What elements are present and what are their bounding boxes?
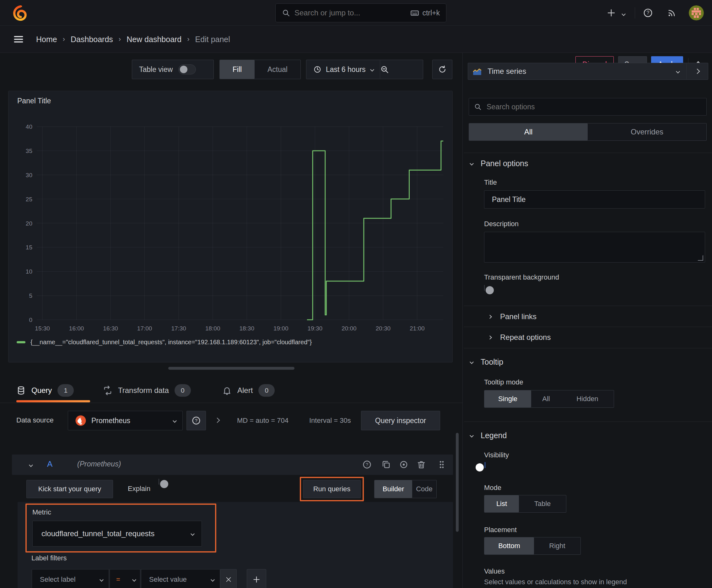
avatar[interactable]: [689, 5, 704, 20]
tab-all[interactable]: All: [469, 123, 588, 141]
table-view-toggle[interactable]: [178, 64, 196, 75]
refresh-button[interactable]: [432, 60, 452, 79]
legend-mode-table[interactable]: Table: [519, 495, 566, 512]
section-chevron-icon: [470, 434, 474, 438]
label-filter-select-label[interactable]: Select label: [32, 569, 109, 588]
breadcrumb-dashboards[interactable]: Dashboards: [71, 35, 113, 44]
kickstart-query-button[interactable]: Kick start your query: [26, 480, 113, 498]
svg-text:30: 30: [26, 172, 33, 178]
legend-placement-bottom[interactable]: Bottom: [484, 538, 534, 554]
zoom-out-icon[interactable]: [380, 65, 423, 74]
legend-mode-list[interactable]: List: [484, 495, 519, 512]
query-help-icon[interactable]: ?: [362, 460, 372, 469]
editor-tabs: Query 1 Transform data 0 Alert 0: [0, 378, 462, 403]
explain-toggle[interactable]: [158, 479, 159, 485]
breadcrumb-new-dashboard[interactable]: New dashboard: [127, 35, 181, 44]
options-search-input[interactable]: [487, 103, 701, 111]
svg-text:20:30: 20:30: [376, 325, 391, 332]
svg-text:17:30: 17:30: [171, 325, 186, 332]
tab-query-underline: [16, 400, 90, 402]
remove-query-trash-icon[interactable]: [416, 460, 426, 469]
svg-text:20:00: 20:00: [342, 325, 357, 332]
horizontal-scrollbar[interactable]: [168, 367, 295, 370]
datasource-value: Prometheus: [91, 417, 173, 425]
run-queries-button[interactable]: Run queries: [303, 480, 361, 498]
metric-value: cloudflared_tunnel_total_requests: [41, 529, 191, 538]
panel-links-label: Panel links: [500, 312, 537, 321]
tooltip-mode-all[interactable]: All: [531, 391, 561, 407]
viz-picker-chevron-icon[interactable]: [676, 68, 679, 74]
menu-icon[interactable]: [13, 34, 24, 45]
tab-query[interactable]: Query 1: [16, 378, 74, 402]
help-icon[interactable]: ?: [643, 8, 653, 18]
add-menu-chevron-icon[interactable]: [622, 11, 625, 17]
metric-select[interactable]: cloudflared_tunnel_total_requests: [33, 521, 202, 547]
panel-links-header[interactable]: Panel links: [489, 309, 537, 324]
label-filter-operator[interactable]: =: [110, 569, 140, 588]
builder-option[interactable]: Builder: [374, 480, 412, 498]
news-rss-icon[interactable]: [667, 8, 677, 18]
legend-mode-label: Mode: [484, 484, 501, 492]
builder-code-segment: Builder Code: [374, 480, 437, 498]
viz-picker-label[interactable]: Time series: [488, 67, 676, 76]
svg-text:25: 25: [26, 196, 33, 203]
datasource-select[interactable]: Prometheus: [68, 411, 183, 430]
viz-pane-collapse-icon[interactable]: [687, 69, 708, 73]
hide-response-eye-icon[interactable]: [399, 460, 408, 469]
tab-alert[interactable]: Alert 0: [222, 378, 275, 402]
legend-series-label[interactable]: {__name__="cloudflared_tunnel_total_requ…: [30, 339, 312, 346]
panel-options-header[interactable]: Panel options: [470, 156, 528, 170]
query-inspector-button[interactable]: Query inspector: [361, 411, 440, 430]
global-search-input[interactable]: [295, 8, 410, 17]
visibility-toggle[interactable]: [485, 462, 486, 468]
svg-text:?: ?: [366, 462, 368, 467]
clock-icon: [313, 65, 322, 74]
label-filter-select-value[interactable]: Select value: [141, 569, 220, 588]
grafana-logo[interactable]: [12, 5, 28, 21]
chart-legend[interactable]: {__name__="cloudflared_tunnel_total_requ…: [17, 339, 312, 346]
duplicate-query-icon[interactable]: [382, 460, 391, 469]
close-icon: [225, 576, 232, 583]
drag-handle-icon[interactable]: [437, 460, 447, 470]
legend-placement-segment: Bottom Right: [484, 537, 581, 555]
datasource-help-button[interactable]: ?: [187, 411, 206, 430]
tooltip-mode-hidden[interactable]: Hidden: [561, 391, 614, 407]
svg-text:21:00: 21:00: [410, 325, 425, 332]
breadcrumb-home[interactable]: Home: [36, 35, 57, 44]
svg-text:20: 20: [26, 220, 33, 227]
database-icon: [16, 386, 26, 395]
add-filter-button[interactable]: [247, 569, 266, 588]
time-range-chevron-icon[interactable]: [371, 67, 373, 72]
time-range-label[interactable]: Last 6 hours: [326, 65, 366, 74]
legend-placement-right[interactable]: Right: [534, 538, 580, 554]
select-value-placeholder: Select value: [149, 575, 211, 584]
actual-option[interactable]: Actual: [255, 60, 300, 79]
add-icon[interactable]: [606, 8, 616, 18]
query-row-chevron-icon[interactable]: [29, 462, 33, 468]
breadcrumb-separator: ›: [63, 35, 65, 43]
table-view-label: Table view: [139, 65, 173, 74]
svg-text:15: 15: [26, 244, 33, 251]
query-ref-id[interactable]: A: [47, 459, 52, 469]
tooltip-mode-single[interactable]: Single: [484, 391, 531, 407]
query-row-header[interactable]: A (Prometheus) ?: [12, 455, 453, 475]
options-search[interactable]: [469, 98, 707, 115]
panel-title-input[interactable]: [484, 190, 705, 209]
stats-interval: Interval = 30s: [309, 417, 351, 425]
keyboard-icon: [410, 8, 419, 17]
tab-overrides[interactable]: Overrides: [588, 123, 706, 141]
code-option[interactable]: Code: [412, 480, 436, 498]
tooltip-header[interactable]: Tooltip: [470, 355, 503, 369]
global-search[interactable]: ctrl+k: [275, 3, 447, 22]
legend-header[interactable]: Legend: [470, 428, 507, 442]
timeseries-chart: 051015202530354015:3016:0016:3017:0017:3…: [8, 91, 452, 336]
transparent-background-toggle[interactable]: [484, 285, 485, 291]
fill-option[interactable]: Fill: [220, 60, 255, 79]
description-textarea[interactable]: [484, 232, 705, 262]
legend-values-hint: Select values or calculations to show in…: [484, 578, 627, 586]
remove-filter-button[interactable]: [220, 569, 237, 588]
row-collapse-chevron-icon[interactable]: [215, 418, 219, 423]
tab-transform[interactable]: Transform data 0: [103, 378, 191, 402]
repeat-options-header[interactable]: Repeat options: [489, 330, 551, 345]
vertical-scrollbar[interactable]: [456, 433, 459, 532]
